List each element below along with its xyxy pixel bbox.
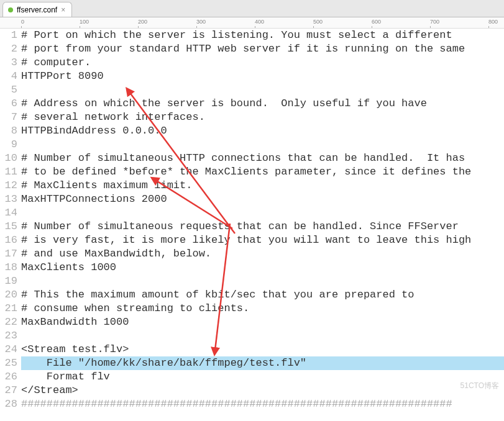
line-number: 27	[0, 384, 17, 397]
line-number: 21	[0, 302, 17, 315]
code-line[interactable]: </Stream>	[21, 384, 504, 397]
line-number: 12	[0, 179, 17, 192]
code-line[interactable]: # and use MaxBandwidth, below.	[21, 247, 504, 261]
line-number: 17	[0, 247, 17, 261]
line-number: 13	[0, 192, 17, 206]
line-number: 25	[0, 356, 17, 370]
code-line[interactable]: # consume when streaming to clients.	[21, 302, 504, 315]
line-number: 8	[0, 124, 17, 138]
line-number: 16	[0, 233, 17, 247]
tab-status-dot-icon	[8, 7, 13, 12]
line-number: 6	[0, 97, 17, 111]
line-number: 19	[0, 274, 17, 288]
ruler-mark: 300	[196, 19, 206, 25]
line-number: 26	[0, 370, 17, 384]
code-line[interactable]: # MaxClients maximum limit.	[21, 179, 504, 192]
line-number: 28	[0, 397, 17, 411]
line-number: 11	[0, 165, 17, 179]
ruler-mark: 200	[138, 19, 147, 25]
line-number: 22	[0, 315, 17, 329]
line-number: 2	[0, 42, 17, 56]
code-line[interactable]: MaxBandwidth 1000	[21, 315, 504, 329]
code-line[interactable]: # Number of simultaneous requests that c…	[21, 220, 504, 233]
code-line[interactable]: # Number of simultaneous HTTP connection…	[21, 152, 504, 165]
code-line[interactable]: <Stream test.flv>	[21, 343, 504, 356]
line-number: 15	[0, 220, 17, 233]
ruler-mark: 500	[313, 19, 323, 25]
ruler-mark: 0	[21, 19, 24, 25]
ruler-mark: 700	[430, 19, 439, 25]
code-line[interactable]: MaxHTTPConnections 2000	[21, 192, 504, 206]
code-line[interactable]: ########################################…	[21, 397, 504, 411]
ruler-mark: 400	[255, 19, 264, 25]
code-line[interactable]: # several network interfaces.	[21, 111, 504, 124]
horizontal-ruler: 0100200300400500600700800	[0, 17, 504, 29]
code-line[interactable]	[21, 274, 504, 288]
code-line[interactable]: # Port on which the server is listening.…	[21, 29, 504, 42]
code-line[interactable]: MaxClients 1000	[21, 261, 504, 274]
tab-bar: ffserver.conf ×	[0, 0, 504, 17]
ruler-mark: 100	[80, 19, 89, 25]
code-line[interactable]: # Address on which the server is bound. …	[21, 97, 504, 111]
line-number: 14	[0, 206, 17, 220]
tab-close-icon[interactable]: ×	[61, 6, 65, 14]
code-line[interactable]: HTTPBindAddress 0.0.0.0	[21, 124, 504, 138]
ruler-mark: 800	[488, 19, 498, 25]
line-number: 7	[0, 111, 17, 124]
code-line[interactable]: # is very fast, it is more likely that y…	[21, 233, 504, 247]
code-line[interactable]: # to be defined *before* the MaxClients …	[21, 165, 504, 179]
line-number: 3	[0, 56, 17, 70]
code-line[interactable]: File "/home/kk/share/bak/ffmpeg/test.flv…	[21, 356, 504, 370]
code-line[interactable]: HTTPPort 8090	[21, 70, 504, 83]
code-line[interactable]: Format flv	[21, 370, 504, 384]
code-line[interactable]	[21, 206, 504, 220]
line-number: 1	[0, 29, 17, 42]
code-line[interactable]: # port from your standard HTTP web serve…	[21, 42, 504, 56]
line-number: 18	[0, 261, 17, 274]
line-number: 9	[0, 138, 17, 152]
line-number-gutter: 1234567891011121314151617181920212223242…	[0, 29, 21, 421]
line-number: 10	[0, 152, 17, 165]
editor-area[interactable]: 1234567891011121314151617181920212223242…	[0, 29, 504, 421]
line-number: 23	[0, 329, 17, 343]
code-content[interactable]: # Port on which the server is listening.…	[21, 29, 504, 421]
file-tab[interactable]: ffserver.conf ×	[2, 2, 72, 17]
line-number: 20	[0, 288, 17, 302]
code-line[interactable]	[21, 329, 504, 343]
line-number: 5	[0, 83, 17, 97]
code-line[interactable]	[21, 83, 504, 97]
code-line[interactable]	[21, 138, 504, 152]
tab-filename: ffserver.conf	[17, 6, 57, 14]
ruler-mark: 600	[372, 19, 381, 25]
line-number: 24	[0, 343, 17, 356]
code-line[interactable]: # This the maximum amount of kbit/sec th…	[21, 288, 504, 302]
code-line[interactable]: # computer.	[21, 56, 504, 70]
line-number: 4	[0, 70, 17, 83]
